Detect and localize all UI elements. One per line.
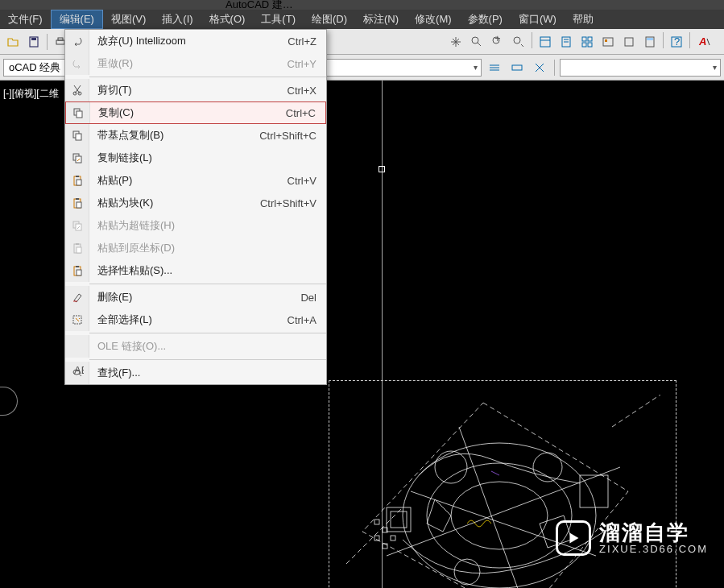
tool-palette-button[interactable] bbox=[577, 32, 597, 52]
zoom-previous-button[interactable] bbox=[509, 32, 528, 52]
text-style-button[interactable]: A bbox=[693, 32, 721, 52]
menu-绘图[interactable]: 绘图(D) bbox=[304, 10, 355, 29]
find-icon: ABC bbox=[65, 362, 89, 384]
menu-视图[interactable]: 视图(V) bbox=[103, 10, 154, 29]
menu-item-paste-block-icon[interactable]: 粘贴为块(K)Ctrl+Shift+V bbox=[65, 192, 326, 214]
svg-rect-15 bbox=[588, 37, 592, 41]
svg-point-4 bbox=[472, 37, 478, 43]
menu-参数[interactable]: 参数(P) bbox=[460, 10, 511, 29]
zoom-window-button[interactable]: + bbox=[488, 32, 507, 52]
menu-编辑[interactable]: 编辑(E) bbox=[51, 10, 103, 29]
svg-rect-63 bbox=[76, 176, 79, 177]
help-button[interactable]: ? bbox=[667, 32, 686, 52]
menu-item-link-icon[interactable]: 复制链接(L) bbox=[65, 147, 326, 169]
zoom-extents-button[interactable] bbox=[467, 32, 486, 52]
paste-icon bbox=[65, 169, 89, 192]
menu-item-shortcut: Ctrl+X bbox=[288, 85, 320, 97]
menu-separator bbox=[89, 77, 326, 77]
link-icon bbox=[65, 147, 89, 169]
viewport-label[interactable]: [-][俯视][二维 bbox=[3, 87, 59, 101]
svg-rect-3 bbox=[58, 38, 63, 40]
toolbar-separator bbox=[663, 32, 664, 48]
menu-item-shortcut: Ctrl+Z bbox=[288, 35, 320, 48]
svg-rect-17 bbox=[588, 43, 592, 47]
menu-item-select-all-icon[interactable]: 全部选择(L)Ctrl+A bbox=[65, 308, 326, 331]
design-center-button[interactable] bbox=[598, 32, 618, 52]
svg-text:+: + bbox=[494, 35, 501, 44]
menu-item-find-icon[interactable]: ABC查找(F)... bbox=[65, 362, 326, 384]
watermark-title: 溜溜自学 bbox=[599, 522, 708, 543]
undo-icon bbox=[65, 30, 89, 52]
markup-button[interactable] bbox=[619, 32, 639, 52]
toolbar-separator bbox=[554, 60, 555, 76]
svg-rect-74 bbox=[76, 266, 79, 267]
nav-wheel[interactable] bbox=[0, 387, 18, 416]
menu-item-label: 全部选择(L) bbox=[89, 313, 288, 327]
menu-item-erase-icon[interactable]: 删除(E)Del bbox=[65, 286, 326, 308]
calc-button[interactable] bbox=[640, 32, 660, 52]
edit-menu: 放弃(U) IntellizoomCtrl+Z重做(R)Ctrl+Y剪切(T)C… bbox=[64, 29, 327, 385]
toolbar-separator bbox=[532, 32, 532, 48]
svg-point-8 bbox=[514, 37, 520, 43]
menu-格式[interactable]: 格式(O) bbox=[201, 10, 254, 29]
layer-isolate-button[interactable] bbox=[507, 58, 527, 77]
menu-修改[interactable]: 修改(M) bbox=[407, 10, 460, 29]
menu-item-paste-link-icon: 粘贴为超链接(H) bbox=[65, 214, 326, 237]
svg-text:ABC: ABC bbox=[74, 366, 84, 376]
menu-item-label: 剪切(T) bbox=[89, 83, 288, 97]
menu-item-paste-icon[interactable]: 粘贴(P)Ctrl+V bbox=[65, 169, 326, 192]
pan-button[interactable] bbox=[446, 32, 465, 52]
menu-item-copy-base-icon[interactable]: 带基点复制(B)Ctrl+Shift+C bbox=[65, 124, 326, 147]
svg-rect-1 bbox=[31, 38, 36, 40]
svg-rect-75 bbox=[77, 270, 81, 275]
redo-icon bbox=[65, 52, 89, 75]
menu-item-label: 粘贴到原坐标(D) bbox=[89, 241, 316, 255]
menu-item-copy-icon[interactable]: 复制(C)Ctrl+C bbox=[65, 101, 326, 124]
menu-item-label: OLE 链接(O)... bbox=[89, 339, 316, 354]
menu-item-label: 复制链接(L) bbox=[89, 151, 316, 165]
svg-rect-18 bbox=[603, 38, 613, 46]
svg-rect-66 bbox=[76, 198, 79, 200]
menu-item-shortcut: Ctrl+C bbox=[286, 107, 319, 119]
layer-properties-button[interactable] bbox=[530, 58, 549, 77]
menu-item-paste-special-icon[interactable]: 选择性粘贴(S)... bbox=[65, 259, 326, 282]
svg-rect-28 bbox=[512, 65, 522, 70]
menu-工具[interactable]: 工具(T) bbox=[253, 10, 304, 29]
play-icon bbox=[556, 520, 591, 556]
menu-窗口[interactable]: 窗口(W) bbox=[511, 10, 565, 29]
svg-text:?: ? bbox=[674, 35, 680, 48]
menu-item-cut-icon[interactable]: 剪切(T)Ctrl+X bbox=[65, 79, 326, 101]
menu-标注[interactable]: 标注(N) bbox=[355, 10, 407, 29]
toolbar-separator bbox=[47, 34, 48, 50]
menu-separator bbox=[89, 284, 326, 284]
menu-separator bbox=[89, 333, 326, 333]
open-button[interactable] bbox=[3, 32, 23, 52]
menu-item-shortcut: Ctrl+Shift+V bbox=[260, 197, 320, 209]
menu-item-shortcut: Ctrl+A bbox=[288, 314, 320, 326]
save-button[interactable] bbox=[24, 32, 43, 52]
paste-special-icon bbox=[65, 259, 89, 282]
menu-item-label: 删除(E) bbox=[89, 290, 300, 304]
menu-插入[interactable]: 插入(I) bbox=[154, 10, 201, 29]
linetype-combo[interactable] bbox=[560, 59, 721, 77]
menu-文件[interactable]: 文件(F) bbox=[0, 10, 51, 29]
svg-rect-67 bbox=[77, 202, 81, 208]
properties-button[interactable] bbox=[536, 32, 555, 52]
menu-item-undo-icon[interactable]: 放弃(U) IntellizoomCtrl+Z bbox=[65, 30, 326, 52]
layer-states-button[interactable] bbox=[485, 58, 504, 77]
paste-orig-icon bbox=[65, 237, 89, 259]
watermark-url: ZIXUE.3D66.COM bbox=[599, 543, 708, 555]
titlebar: AutoCAD 建… bbox=[0, 0, 724, 10]
menu-item-item: OLE 链接(O)... bbox=[65, 335, 326, 358]
erase-icon bbox=[65, 286, 89, 308]
svg-rect-2 bbox=[56, 40, 64, 44]
svg-rect-9 bbox=[540, 37, 550, 47]
select-all-icon bbox=[65, 308, 89, 331]
sheet-set-button[interactable] bbox=[556, 32, 576, 52]
menu-帮助[interactable]: 帮助 bbox=[565, 10, 602, 29]
layer-combo[interactable] bbox=[321, 59, 482, 77]
svg-rect-57 bbox=[77, 111, 82, 118]
menu-item-label: 带基点复制(B) bbox=[89, 128, 259, 143]
svg-rect-71 bbox=[76, 243, 79, 245]
selection-window bbox=[329, 380, 676, 588]
